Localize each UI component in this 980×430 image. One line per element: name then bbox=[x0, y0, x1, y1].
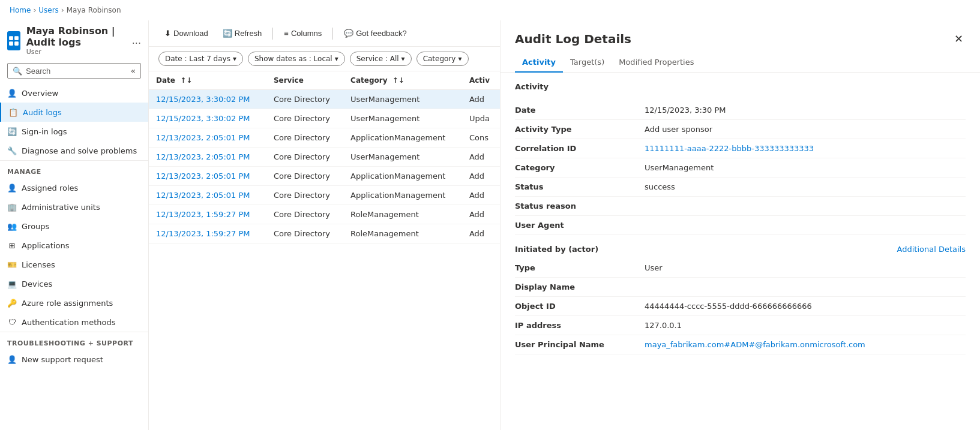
tab-modified-properties[interactable]: Modified Properties bbox=[612, 53, 701, 73]
sidebar-main-title: Maya Robinson | Audit logs bbox=[26, 25, 126, 48]
search-box[interactable]: 🔍 « bbox=[7, 63, 141, 79]
col-service[interactable]: Service bbox=[266, 71, 343, 90]
nav-label-devices: Devices bbox=[22, 279, 52, 288]
cell-activity: Add bbox=[462, 186, 500, 205]
filter-show-dates[interactable]: Show dates as : Local ▾ bbox=[248, 52, 345, 66]
close-panel-button[interactable]: ✕ bbox=[952, 30, 966, 48]
admin-icon: 🏢 bbox=[7, 202, 17, 212]
filter-category-chevron: ▾ bbox=[458, 55, 461, 63]
table-row[interactable]: 12/13/2023, 2:05:01 PM Core Directory Ap… bbox=[149, 186, 500, 205]
nav-item-audit-logs[interactable]: 📋 Audit logs bbox=[0, 103, 148, 122]
sidebar-more-options[interactable]: ... bbox=[132, 35, 141, 46]
filter-date-chevron: ▾ bbox=[233, 55, 236, 63]
table-row[interactable]: 12/15/2023, 3:30:02 PM Core Directory Us… bbox=[149, 90, 500, 109]
nav-label-diagnose: Diagnose and solve problems bbox=[22, 146, 137, 155]
filter-service-label: Service : All bbox=[356, 55, 399, 63]
table-row[interactable]: 12/13/2023, 2:05:01 PM Core Directory Us… bbox=[149, 148, 500, 167]
cell-category: ApplicationManagement bbox=[343, 186, 462, 205]
audit-icon: 📋 bbox=[8, 107, 18, 117]
col-date[interactable]: Date ↑↓ bbox=[149, 71, 266, 90]
sort-category-icon: ↑↓ bbox=[392, 76, 404, 85]
audit-table-container: Date ↑↓ Service Category ↑↓ Activ 12/15/… bbox=[149, 71, 500, 430]
audit-table: Date ↑↓ Service Category ↑↓ Activ 12/15/… bbox=[149, 71, 500, 243]
actor-type-value: User bbox=[645, 263, 966, 272]
nav-item-assigned-roles[interactable]: 👤 Assigned roles bbox=[0, 178, 148, 197]
cell-service: Core Directory bbox=[266, 90, 343, 109]
filter-bar: Date : Last 7 days ▾ Show dates as : Loc… bbox=[149, 47, 500, 71]
col-category[interactable]: Category ↑↓ bbox=[343, 71, 462, 90]
detail-status: Status success bbox=[515, 178, 966, 197]
search-icon: 🔍 bbox=[13, 67, 22, 76]
detail-activity-type-value: Add user sponsor bbox=[645, 125, 966, 134]
nav-item-applications[interactable]: ⊞ Applications bbox=[0, 236, 148, 255]
wrench-icon: 🔧 bbox=[7, 146, 17, 155]
tab-targets[interactable]: Target(s) bbox=[563, 53, 612, 73]
table-row[interactable]: 12/15/2023, 3:30:02 PM Core Directory Us… bbox=[149, 109, 500, 128]
feedback-button[interactable]: 💬 Got feedback? bbox=[338, 25, 413, 41]
cell-date: 12/15/2023, 3:30:02 PM bbox=[149, 109, 266, 128]
filter-category[interactable]: Category ▾ bbox=[416, 52, 469, 66]
cell-category: RoleManagement bbox=[343, 205, 462, 224]
feedback-icon: 💬 bbox=[344, 29, 353, 38]
nav-item-licenses[interactable]: 🎫 Licenses bbox=[0, 255, 148, 274]
detail-correlation-id-value[interactable]: 11111111-aaaa-2222-bbbb-333333333333 bbox=[645, 144, 966, 153]
support-section-label: Troubleshooting + Support bbox=[0, 332, 148, 350]
actor-type-label: Type bbox=[515, 263, 635, 272]
nav-item-admin-units[interactable]: 🏢 Administrative units bbox=[0, 197, 148, 216]
download-button[interactable]: ⬇ Download bbox=[158, 25, 214, 41]
filter-show-dates-chevron: ▾ bbox=[335, 55, 338, 63]
detail-user-agent-label: User Agent bbox=[515, 221, 635, 230]
search-input[interactable] bbox=[26, 67, 127, 76]
actor-display-name-label: Display Name bbox=[515, 282, 635, 291]
detail-user-agent: User Agent bbox=[515, 216, 966, 235]
nav-item-diagnose[interactable]: 🔧 Diagnose and solve problems bbox=[0, 141, 148, 160]
actor-upn: User Principal Name maya_fabrikam.com#AD… bbox=[515, 335, 966, 354]
tab-activity[interactable]: Activity bbox=[515, 53, 563, 73]
table-row[interactable]: 12/13/2023, 2:05:01 PM Core Directory Ap… bbox=[149, 167, 500, 186]
nav-label-sign-in-logs: Sign-in logs bbox=[22, 127, 67, 136]
filter-date[interactable]: Date : Last 7 days ▾ bbox=[158, 52, 243, 66]
actor-upn-value[interactable]: maya_fabrikam.com#ADM#@fabrikam.onmicros… bbox=[645, 340, 966, 349]
actor-section-label: Initiated by (actor) bbox=[515, 245, 635, 254]
breadcrumb: Home › Users › Maya Robinson bbox=[0, 0, 980, 20]
actor-ip-value: 127.0.0.1 bbox=[645, 321, 966, 330]
nav-item-sign-in-logs[interactable]: 🔄 Sign-in logs bbox=[0, 122, 148, 141]
nav-item-auth-methods[interactable]: 🛡 Authentication methods bbox=[0, 312, 148, 332]
signin-icon: 🔄 bbox=[7, 127, 17, 136]
additional-details-link[interactable]: Additional Details bbox=[897, 245, 966, 254]
cell-service: Core Directory bbox=[266, 224, 343, 243]
actor-section-header: Initiated by (actor) Additional Details bbox=[515, 235, 966, 258]
breadcrumb-users[interactable]: Users bbox=[38, 6, 59, 14]
nav-label-new-support: New support request bbox=[22, 355, 103, 364]
detail-correlation-id: Correlation ID 11111111-aaaa-2222-bbbb-3… bbox=[515, 139, 966, 158]
content-area: ⬇ Download 🔄 Refresh ≡ Columns 💬 Got fee… bbox=[149, 20, 500, 430]
detail-status-reason-label: Status reason bbox=[515, 202, 635, 211]
filter-service[interactable]: Service : All ▾ bbox=[350, 52, 412, 66]
cell-date: 12/13/2023, 1:59:27 PM bbox=[149, 224, 266, 243]
toolbar-divider bbox=[272, 28, 273, 40]
panel-body: Activity Date 12/15/2023, 3:30 PM Activi… bbox=[501, 73, 980, 430]
col-activity[interactable]: Activ bbox=[462, 71, 500, 90]
nav-item-devices[interactable]: 💻 Devices bbox=[0, 274, 148, 293]
table-row[interactable]: 12/13/2023, 2:05:01 PM Core Directory Ap… bbox=[149, 128, 500, 148]
filter-category-label: Category bbox=[423, 55, 456, 63]
audit-detail-panel: Audit Log Details ✕ Activity Target(s) M… bbox=[500, 20, 980, 430]
nav-label-groups: Groups bbox=[22, 222, 49, 231]
refresh-button[interactable]: 🔄 Refresh bbox=[217, 25, 268, 41]
detail-correlation-id-label: Correlation ID bbox=[515, 144, 635, 153]
nav-item-groups[interactable]: 👥 Groups bbox=[0, 216, 148, 236]
table-body: 12/15/2023, 3:30:02 PM Core Directory Us… bbox=[149, 90, 500, 243]
table-row[interactable]: 12/13/2023, 1:59:27 PM Core Directory Ro… bbox=[149, 205, 500, 224]
detail-status-value: success bbox=[645, 182, 966, 191]
person-icon: 👤 bbox=[7, 88, 17, 98]
nav-item-overview[interactable]: 👤 Overview bbox=[0, 83, 148, 103]
collapse-icon[interactable]: « bbox=[130, 66, 136, 76]
nav-item-azure-roles[interactable]: 🔑 Azure role assignments bbox=[0, 293, 148, 312]
cell-category: UserManagement bbox=[343, 109, 462, 128]
nav-item-new-support[interactable]: 👤 New support request bbox=[0, 350, 148, 369]
columns-button[interactable]: ≡ Columns bbox=[278, 25, 328, 41]
nav-label-audit-logs: Audit logs bbox=[23, 108, 62, 117]
cell-date: 12/13/2023, 2:05:01 PM bbox=[149, 148, 266, 167]
table-row[interactable]: 12/13/2023, 1:59:27 PM Core Directory Ro… bbox=[149, 224, 500, 243]
breadcrumb-home[interactable]: Home bbox=[10, 6, 31, 14]
